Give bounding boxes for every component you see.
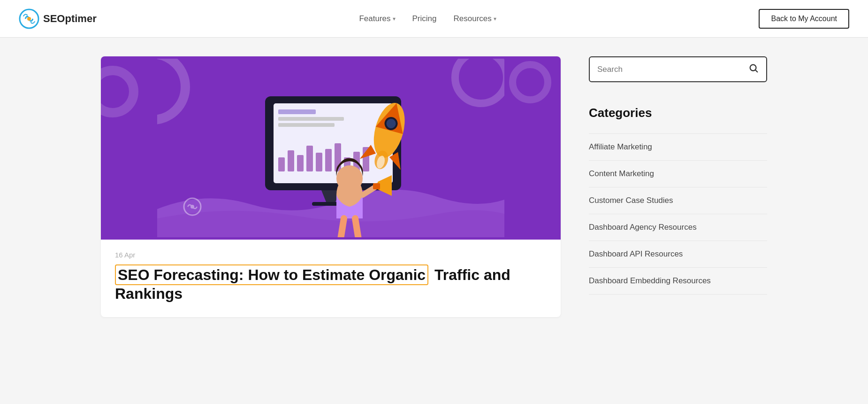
article-body: 16 Apr SEO Forecasting: How to Estimate …	[101, 240, 561, 317]
logo-text: SEOptimer	[43, 13, 97, 25]
search-icon	[748, 63, 759, 73]
page-wrapper: 16 Apr SEO Forecasting: How to Estimate …	[82, 38, 786, 336]
svg-rect-8	[278, 117, 344, 121]
svg-rect-7	[278, 109, 316, 114]
svg-point-1	[27, 17, 31, 21]
svg-point-28	[336, 165, 363, 192]
category-item-content-marketing[interactable]: Content Marketing	[589, 161, 767, 187]
hero-illustration	[157, 59, 504, 237]
svg-rect-31	[373, 183, 380, 189]
svg-rect-10	[278, 157, 285, 171]
main-content: 16 Apr SEO Forecasting: How to Estimate …	[101, 56, 561, 317]
categories-title: Categories	[589, 106, 767, 120]
categories-section: Categories Affiliate Marketing Content M…	[589, 106, 767, 295]
category-item-dashboard-embedding-resources[interactable]: Dashboard Embedding Resources	[589, 268, 767, 295]
article-card: 16 Apr SEO Forecasting: How to Estimate …	[101, 56, 561, 317]
site-header: SEOptimer Features ▾ Pricing Resources ▾…	[0, 0, 868, 38]
sidebar: Categories Affiliate Marketing Content M…	[589, 56, 767, 317]
svg-rect-13	[306, 146, 313, 171]
search-input[interactable]	[597, 65, 748, 74]
svg-rect-12	[297, 155, 304, 171]
svg-line-33	[355, 218, 359, 237]
chevron-down-icon: ▾	[494, 16, 496, 22]
hero-decoration-circle-left	[101, 66, 138, 117]
category-list: Affiliate Marketing Content Marketing Cu…	[589, 133, 767, 295]
svg-rect-9	[278, 123, 335, 127]
nav-pricing[interactable]: Pricing	[412, 14, 437, 23]
chevron-down-icon: ▾	[393, 16, 396, 22]
svg-rect-15	[325, 149, 332, 171]
logo[interactable]: SEOptimer	[19, 8, 97, 29]
svg-line-32	[340, 218, 344, 237]
nav-resources[interactable]: Resources ▾	[453, 14, 496, 23]
article-title-highlight: SEO Forecasting: How to Estimate Organic	[115, 264, 428, 285]
category-item-customer-case-studies[interactable]: Customer Case Studies	[589, 187, 767, 214]
category-item-dashboard-api-resources[interactable]: Dashboard API Resources	[589, 241, 767, 268]
svg-rect-14	[316, 153, 322, 171]
category-item-dashboard-agency-resources[interactable]: Dashboard Agency Resources	[589, 214, 767, 241]
svg-line-39	[755, 70, 757, 72]
article-title: SEO Forecasting: How to Estimate Organic…	[115, 265, 547, 303]
article-hero-image	[101, 56, 561, 240]
article-date: 16 Apr	[115, 251, 547, 259]
back-to-account-button[interactable]: Back to My Account	[759, 9, 849, 29]
category-item-affiliate-marketing[interactable]: Affiliate Marketing	[589, 133, 767, 161]
hero-decoration-circle-right	[509, 61, 551, 103]
search-box	[589, 56, 767, 82]
logo-icon	[19, 8, 39, 29]
svg-rect-11	[288, 150, 294, 171]
search-button[interactable]	[748, 63, 759, 76]
nav-features[interactable]: Features ▾	[359, 14, 395, 23]
main-nav: Features ▾ Pricing Resources ▾	[359, 14, 496, 23]
svg-point-37	[190, 205, 194, 209]
